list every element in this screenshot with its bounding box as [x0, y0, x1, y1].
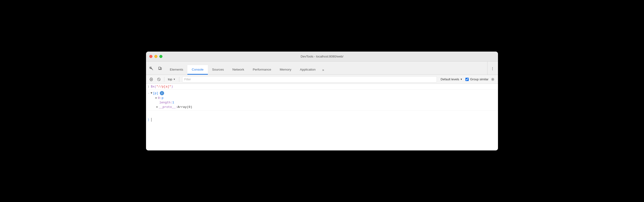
array-item-0-row: ► 0: p: [146, 96, 165, 100]
svg-point-4: [492, 67, 493, 68]
empty-line: [146, 111, 498, 116]
console-input-line: 〉 $x("//p[a]"): [146, 84, 498, 90]
svg-point-6: [492, 70, 493, 70]
tabs-divider: [487, 62, 488, 75]
length-value: 1: [172, 101, 174, 104]
tabs-bar: Elements Console Sources Network Perform…: [146, 62, 498, 75]
length-key: length:: [159, 101, 172, 104]
length-row: length: 1: [146, 100, 176, 105]
console-output-block: ← ▼ [p] i ► 0: p length: 1 ► __proto__: …: [146, 90, 498, 111]
tab-application[interactable]: Application: [296, 65, 320, 75]
more-tabs-button[interactable]: »: [320, 68, 326, 75]
toolbar-divider: [164, 77, 164, 82]
tabs-right-icons: [489, 65, 496, 75]
console-prompt-line[interactable]: 〉: [146, 116, 498, 123]
console-settings-button[interactable]: [490, 76, 496, 83]
clear-console-button[interactable]: [148, 76, 154, 83]
devtools-window: DevTools - localhost:8080/web/ Elements: [146, 52, 498, 150]
console-toolbar: top ▼ Default levels ▼ Group similar: [146, 75, 498, 84]
maximize-button[interactable]: [159, 55, 162, 58]
code-string: "//p[a]": [156, 85, 171, 88]
expand-icon[interactable]: ▼: [150, 91, 152, 95]
group-similar-checkbox-label[interactable]: Group similar: [466, 77, 488, 81]
cursor-input[interactable]: [151, 118, 152, 122]
tab-sources[interactable]: Sources: [208, 65, 228, 75]
array-label: [p]: [153, 91, 158, 95]
proto-key: __proto__:: [159, 105, 178, 109]
close-button[interactable]: [149, 55, 152, 58]
more-options-icon[interactable]: [489, 65, 496, 72]
filter-input[interactable]: [182, 76, 437, 82]
default-levels-button[interactable]: Default levels ▼: [439, 77, 464, 82]
svg-point-12: [492, 79, 494, 80]
tab-performance[interactable]: Performance: [248, 65, 276, 75]
proto-row: ► __proto__: Array(0): [146, 105, 194, 109]
input-arrow-icon: 〉: [148, 85, 149, 88]
minimize-button[interactable]: [154, 55, 158, 58]
svg-point-5: [492, 68, 493, 69]
tab-network[interactable]: Network: [228, 65, 248, 75]
item-key: 0:: [158, 96, 162, 100]
info-badge: i: [160, 91, 164, 95]
prompt-arrow-icon: 〉: [148, 118, 149, 122]
context-selector[interactable]: top ▼: [166, 77, 177, 82]
devtools-toolbar-icons: [148, 65, 164, 75]
window-title: DevTools - localhost:8080/web/: [300, 55, 344, 58]
console-command: $x("//p[a]"): [151, 85, 173, 88]
traffic-lights: [149, 55, 162, 58]
context-chevron-icon: ▼: [173, 78, 176, 81]
device-icon[interactable]: [156, 65, 164, 72]
proto-value: Array(0): [178, 105, 192, 109]
item-value: p: [162, 96, 164, 100]
titlebar: DevTools - localhost:8080/web/: [146, 52, 498, 62]
tab-memory[interactable]: Memory: [276, 65, 296, 75]
svg-line-11: [158, 78, 160, 80]
tab-console[interactable]: Console: [188, 65, 208, 75]
code-purple-text: $x(: [151, 85, 156, 88]
code-paren-close: ): [171, 85, 173, 88]
block-icon[interactable]: [156, 76, 162, 83]
tab-elements[interactable]: Elements: [166, 65, 188, 75]
inspect-icon[interactable]: [148, 65, 155, 72]
back-arrow-icon: ←: [148, 91, 150, 95]
svg-rect-2: [160, 68, 162, 70]
context-select-value: top: [168, 77, 172, 81]
proto-expand-icon[interactable]: ►: [156, 106, 158, 108]
console-output: 〉 $x("//p[a]") ← ▼ [p] i ► 0: p length:: [146, 84, 498, 150]
item-expand-icon[interactable]: ►: [156, 97, 157, 99]
group-similar-checkbox[interactable]: [466, 78, 469, 81]
levels-chevron-icon: ▼: [460, 78, 462, 81]
cursor-blink: [151, 118, 152, 122]
toolbar-divider-2: [179, 77, 179, 82]
array-header-row: ← ▼ [p] i: [146, 91, 166, 96]
